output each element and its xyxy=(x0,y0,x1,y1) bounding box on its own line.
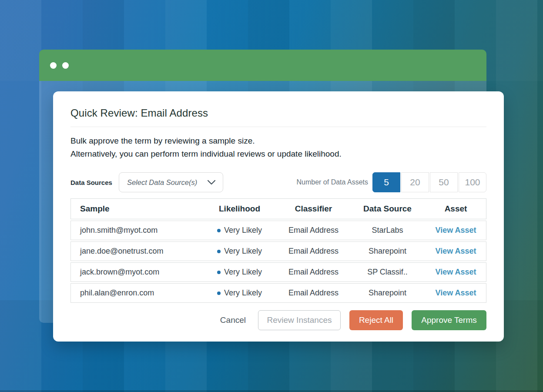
segment-option-5[interactable]: 5 xyxy=(372,172,400,192)
review-table: Sample Likelihood Classifier Data Source… xyxy=(70,198,486,303)
approve-terms-button[interactable]: Approve Terms xyxy=(412,310,486,330)
cell-likelihood: Very Likely xyxy=(201,226,278,235)
table-header-row: Sample Likelihood Classifier Data Source… xyxy=(70,198,486,219)
segment-option-20[interactable]: 20 xyxy=(401,172,429,192)
view-asset-link[interactable]: View Asset xyxy=(435,247,476,255)
cell-sample: john.smith@myot.com xyxy=(71,226,201,235)
view-asset-link[interactable]: View Asset xyxy=(435,226,476,235)
cell-data-source: Sharepoint xyxy=(349,288,426,298)
data-assets-segmented-control: 5 20 50 100 xyxy=(372,172,486,192)
likelihood-text: Very Likely xyxy=(224,247,262,255)
header-likelihood: Likelihood xyxy=(201,204,278,214)
cell-classifier: Email Address xyxy=(278,268,349,277)
table-row: jane.doe@onetrust.com Very Likely Email … xyxy=(70,241,486,261)
description-line-1: Bulk approve the term by reviewing a sam… xyxy=(70,134,486,147)
likelihood-dot-icon xyxy=(217,229,221,232)
data-sources-label: Data Sources xyxy=(70,179,112,186)
cell-data-source: StarLabs xyxy=(349,226,426,235)
likelihood-dot-icon xyxy=(217,271,221,274)
segment-option-50[interactable]: 50 xyxy=(430,172,458,192)
quick-review-modal: Quick Review: Email Address Bulk approve… xyxy=(53,91,504,342)
header-data-source: Data Source xyxy=(349,204,426,214)
header-sample: Sample xyxy=(71,204,201,214)
number-of-data-assets-label: Number of Data Assets xyxy=(296,178,368,186)
likelihood-text: Very Likely xyxy=(224,288,262,297)
view-asset-link[interactable]: View Asset xyxy=(435,288,476,297)
cell-likelihood: Very Likely xyxy=(201,288,278,298)
cell-likelihood: Very Likely xyxy=(201,247,278,256)
header-asset: Asset xyxy=(426,204,486,214)
cell-sample: phil.alan@enron.com xyxy=(71,288,201,298)
cell-classifier: Email Address xyxy=(278,226,349,235)
reject-all-button[interactable]: Reject All xyxy=(349,310,403,330)
modal-title: Quick Review: Email Address xyxy=(70,107,486,119)
review-instances-button[interactable]: Review Instances xyxy=(258,310,341,330)
cell-asset: View Asset xyxy=(426,226,486,235)
cell-asset: View Asset xyxy=(426,288,486,298)
cell-sample: jane.doe@onetrust.com xyxy=(71,247,201,256)
cell-classifier: Email Address xyxy=(278,288,349,298)
likelihood-text: Very Likely xyxy=(224,226,262,235)
window-dot-1[interactable] xyxy=(50,62,57,69)
cell-data-source: Sharepoint xyxy=(349,247,426,256)
table-row: jack.brown@myot.com Very Likely Email Ad… xyxy=(70,262,486,282)
description-line-2: Alternatively, you can perform term indi… xyxy=(70,147,486,161)
controls-row: Data Sources Select Data Source(s) Numbe… xyxy=(70,172,486,192)
table-row: john.smith@myot.com Very Likely Email Ad… xyxy=(70,221,486,240)
modal-footer: Cancel Review Instances Reject All Appro… xyxy=(70,310,486,330)
cell-sample: jack.brown@myot.com xyxy=(71,268,201,277)
chevron-down-icon xyxy=(207,180,216,185)
segment-option-100[interactable]: 100 xyxy=(459,172,486,192)
cell-asset: View Asset xyxy=(426,247,486,256)
data-sources-select[interactable]: Select Data Source(s) xyxy=(119,172,223,192)
cell-likelihood: Very Likely xyxy=(201,268,278,277)
browser-title-bar xyxy=(39,50,486,81)
window-dot-2[interactable] xyxy=(62,62,69,69)
likelihood-text: Very Likely xyxy=(224,268,262,276)
header-classifier: Classifier xyxy=(278,204,349,214)
data-sources-placeholder: Select Data Source(s) xyxy=(127,178,197,187)
title-divider xyxy=(70,127,486,127)
table-row: phil.alan@enron.com Very Likely Email Ad… xyxy=(70,283,486,303)
likelihood-dot-icon xyxy=(217,291,221,295)
likelihood-dot-icon xyxy=(217,250,221,253)
cell-data-source: SP Classif.. xyxy=(349,268,426,277)
cell-classifier: Email Address xyxy=(278,247,349,256)
view-asset-link[interactable]: View Asset xyxy=(435,268,476,276)
cancel-button[interactable]: Cancel xyxy=(217,310,249,330)
cell-asset: View Asset xyxy=(426,268,486,277)
